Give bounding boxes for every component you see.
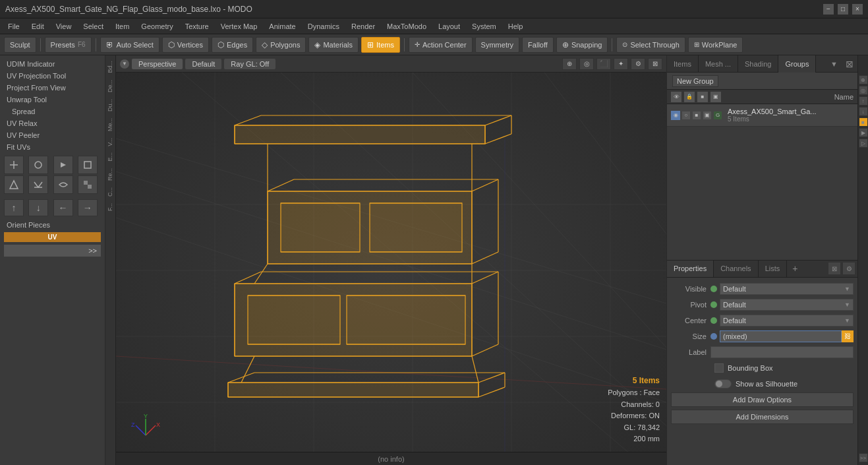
tool-btn-3[interactable] <box>53 156 73 174</box>
vtab-c[interactable]: C... <box>106 185 115 199</box>
right-bottom-tab-channels[interactable]: Channels <box>714 261 758 278</box>
outer-btn-2[interactable]: ◎ <box>859 86 868 95</box>
presets-button[interactable]: Presets F6 <box>45 37 92 53</box>
outer-btn-bottom[interactable]: >> <box>859 453 868 462</box>
edges-button[interactable]: ⬡ Edges <box>212 37 253 53</box>
add-draw-options-button[interactable]: Add Draw Options <box>671 392 854 407</box>
auto-select-button[interactable]: ⛨ Auto Select <box>100 37 159 53</box>
vp-settings-icon[interactable]: ⚙ <box>631 58 645 70</box>
sidebar-orient-pieces[interactable]: Orient Pieces <box>0 219 105 231</box>
arrow-up-btn[interactable]: ↑ <box>4 199 24 216</box>
sidebar-project-from-view[interactable]: Project From View <box>0 82 105 94</box>
vp-render-icon[interactable]: ◎ <box>579 58 594 70</box>
tab-add-button[interactable]: + <box>787 263 803 274</box>
vp-cam-icon[interactable]: ⬛ <box>596 58 611 70</box>
viewport-menu-btn[interactable]: ▼ <box>120 59 129 69</box>
right-bottom-tab-properties[interactable]: Properties <box>667 261 714 278</box>
sidebar-spread[interactable]: Spread <box>0 106 105 117</box>
vtab-re[interactable]: Re... <box>106 166 115 183</box>
sidebar-udim-indicator[interactable]: UDIM Indicator <box>0 58 105 70</box>
minimize-button[interactable]: − <box>823 4 834 15</box>
tool-btn-7[interactable] <box>53 175 73 194</box>
item-lock-icon[interactable]: ○ <box>681 111 691 120</box>
menu-animate[interactable]: Animate <box>264 21 301 32</box>
item-vis-icon[interactable]: ■ <box>692 111 701 120</box>
vtab-de[interactable]: De... <box>106 77 115 95</box>
tool-btn-6[interactable] <box>28 175 48 194</box>
viewport-canvas[interactable]: .gl{stroke:#666;stroke-width:0.5;} <box>116 73 666 465</box>
vtab-e[interactable]: E... <box>106 150 115 164</box>
menu-item[interactable]: Item <box>110 21 134 32</box>
right-tab-items[interactable]: Items <box>667 55 699 73</box>
menu-system[interactable]: System <box>467 21 502 32</box>
prop-silhouette-toggle[interactable] <box>714 379 732 388</box>
tool-btn-2[interactable] <box>28 156 48 174</box>
right-tab-mesh[interactable]: Mesh ... <box>699 55 738 73</box>
maximize-button[interactable]: □ <box>838 4 848 15</box>
scene-render-icon[interactable]: ▣ <box>710 92 721 102</box>
tab-settings-btn[interactable]: ⚙ <box>843 263 855 274</box>
outer-btn-6[interactable]: ▷ <box>859 139 868 148</box>
tool-btn-8[interactable] <box>78 175 98 194</box>
sidebar-more-button[interactable]: >> <box>4 245 101 257</box>
items-button[interactable]: ⊞ Items <box>361 37 400 53</box>
sidebar-uv-relax[interactable]: UV Relax <box>0 117 105 129</box>
materials-button[interactable]: ◈ Materials <box>308 37 359 53</box>
right-tab-more[interactable]: ▼ <box>826 55 842 73</box>
sculpt-button[interactable]: Sculpt <box>4 37 36 53</box>
right-tab-shading[interactable]: Shading <box>738 55 778 73</box>
scene-vis-icon[interactable]: ■ <box>697 92 708 102</box>
default-tab[interactable]: Default <box>185 59 221 69</box>
prop-pivot-dropdown[interactable]: Default ▼ <box>720 299 854 311</box>
prop-size-link-icon[interactable]: ⛓ <box>842 330 854 342</box>
prop-visible-dropdown[interactable]: Default ▼ <box>720 283 854 295</box>
sidebar-unwrap-tool[interactable]: Unwrap Tool <box>0 94 105 106</box>
vtab-du[interactable]: Du... <box>106 96 115 114</box>
workplane-button[interactable]: ⊞ WorkPlane <box>688 37 743 53</box>
sidebar-uv-peeler[interactable]: UV Peeler <box>0 129 105 141</box>
vtab-f[interactable]: F... <box>106 201 115 214</box>
menu-render[interactable]: Render <box>346 21 380 32</box>
menu-file[interactable]: File <box>3 21 25 32</box>
tool-btn-1[interactable] <box>4 156 24 174</box>
tool-btn-5[interactable] <box>4 175 24 194</box>
prop-bounding-box-checkbox[interactable] <box>714 363 724 373</box>
menu-layout[interactable]: Layout <box>433 21 465 32</box>
vtab-v[interactable]: V... <box>106 135 115 149</box>
vertices-button[interactable]: ⬡ Vertices <box>162 37 209 53</box>
item-eye-icon[interactable]: ◉ <box>671 111 680 120</box>
outer-btn-1[interactable]: ⊕ <box>859 75 868 84</box>
right-tab-groups[interactable]: Groups <box>778 55 816 73</box>
sidebar-fit-uvs[interactable]: Fit UVs <box>0 141 105 153</box>
prop-center-dropdown[interactable]: Default ▼ <box>720 315 854 326</box>
arrow-left-btn[interactable]: ← <box>53 199 73 216</box>
menu-view[interactable]: View <box>51 21 77 32</box>
arrow-down-btn[interactable]: ↓ <box>28 199 48 216</box>
outer-btn-4[interactable]: ↓ <box>859 107 868 116</box>
scene-lock-icon[interactable]: 🔒 <box>684 92 695 102</box>
scene-eye-icon[interactable]: 👁 <box>671 92 681 102</box>
menu-texture[interactable]: Texture <box>180 21 214 32</box>
perspective-tab[interactable]: Perspective <box>132 59 183 69</box>
new-group-button[interactable]: New Group <box>672 75 718 87</box>
tool-btn-4[interactable] <box>78 156 98 174</box>
select-through-button[interactable]: ⊙ Select Through <box>616 37 685 53</box>
raygl-tab[interactable]: Ray GL: Off <box>224 59 275 69</box>
item-group-icon[interactable]: G <box>713 111 722 120</box>
outer-btn-3[interactable]: ↑ <box>859 96 868 106</box>
close-button[interactable]: × <box>852 4 863 15</box>
prop-size-field[interactable]: (mixed) <box>720 330 842 342</box>
scene-item-row[interactable]: ◉ ○ ■ ▣ G Axess_AX500_Smart_Ga... 5 Item… <box>667 104 857 127</box>
falloff-button[interactable]: Falloff <box>522 37 554 53</box>
polygons-button[interactable]: ◇ Polygons <box>256 37 306 53</box>
menu-dynamics[interactable]: Dynamics <box>303 21 345 32</box>
snapping-button[interactable]: ⊕ Snapping <box>556 37 608 53</box>
menu-help[interactable]: Help <box>503 21 529 32</box>
prop-label-input[interactable] <box>710 346 854 358</box>
menu-geometry[interactable]: Geometry <box>136 21 178 32</box>
vtab-mes[interactable]: Me... <box>106 115 115 134</box>
outer-btn-orange[interactable]: ■ <box>859 117 868 127</box>
vp-orbit-icon[interactable]: ⊕ <box>562 58 577 70</box>
vtab-bd[interactable]: Bd... <box>106 58 115 76</box>
menu-edit[interactable]: Edit <box>26 21 49 32</box>
